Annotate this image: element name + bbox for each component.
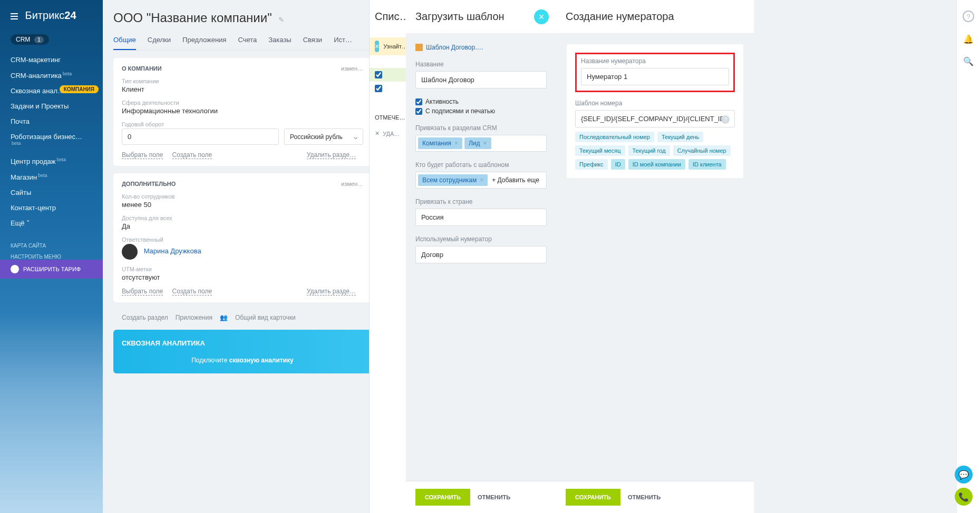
utm-label: UTM-метки bbox=[122, 266, 363, 272]
select-field-link[interactable]: Выбрать поле bbox=[122, 288, 163, 295]
sidebar-item[interactable]: Ещё ˅ bbox=[0, 215, 103, 231]
checkbox[interactable] bbox=[375, 71, 382, 78]
search-icon[interactable]: 🔍 bbox=[963, 56, 974, 66]
expand-tariff-label: РАСШИРИТЬ ТАРИФ bbox=[23, 266, 81, 272]
who-label: Кто будет работать с шаблоном bbox=[415, 161, 547, 169]
sidebar-item[interactable]: Задачи и Проекты bbox=[0, 98, 103, 114]
cancel-button[interactable]: ОТМЕНИТЬ bbox=[478, 494, 510, 500]
card-view-link[interactable]: Общий вид карточки bbox=[235, 314, 296, 321]
currency-select[interactable]: Российский рубль ⌵ bbox=[284, 129, 363, 145]
create-section-link[interactable]: Создать раздел bbox=[122, 314, 168, 321]
tab[interactable]: Сделки bbox=[148, 36, 171, 50]
template-tag[interactable]: Текущий год bbox=[628, 145, 670, 156]
analytics-banner[interactable]: СКВОЗНАЯ АНАЛИТИКА Подключите сквозную а… bbox=[113, 330, 372, 373]
delete-section-link[interactable]: Удалить разде… bbox=[307, 151, 356, 159]
select-field-link[interactable]: Выбрать поле bbox=[122, 151, 163, 159]
tab[interactable]: Заказы bbox=[268, 36, 291, 50]
template-tag[interactable]: ID моей компании bbox=[628, 159, 685, 170]
tag-all[interactable]: Всем сотрудникам× bbox=[418, 174, 488, 186]
save-button[interactable]: СОХРАНИТЬ bbox=[415, 489, 470, 506]
mid-delete[interactable]: ✕ УДА… bbox=[370, 124, 411, 143]
tab[interactable]: Общие bbox=[113, 36, 136, 50]
numerator-name-input[interactable] bbox=[581, 68, 729, 85]
create-field-link[interactable]: Создать поле bbox=[172, 288, 212, 295]
close-button[interactable]: × bbox=[534, 9, 549, 24]
mid-row[interactable] bbox=[370, 82, 411, 95]
logo[interactable]: Битрикс24 bbox=[0, 0, 103, 31]
load-title: Загрузить шаблон bbox=[415, 11, 504, 22]
mid-row-green[interactable] bbox=[370, 68, 411, 82]
company-title: ООО "Название компании" bbox=[113, 11, 272, 25]
remove-icon[interactable]: × bbox=[480, 176, 483, 184]
template-tag[interactable]: Последовательный номер bbox=[575, 132, 654, 142]
crm-badge[interactable]: CRM 1 bbox=[11, 34, 49, 45]
load-template-panel: Загрузить шаблон × Шаблон Договор…. Назв… bbox=[406, 0, 556, 513]
responsible-person[interactable]: Марина Дружкова bbox=[122, 244, 363, 260]
type-value: Клиент bbox=[122, 85, 363, 93]
bell-icon[interactable]: 🔔 bbox=[963, 34, 974, 44]
sidebar-item[interactable]: Магазинbeta bbox=[0, 169, 103, 185]
tag-lead[interactable]: Лид× bbox=[464, 137, 491, 149]
help-icon[interactable]: ? bbox=[963, 11, 974, 22]
stamp-checkbox[interactable] bbox=[415, 108, 422, 115]
tab[interactable]: Счета bbox=[238, 36, 257, 50]
chat-fab[interactable]: 💬 bbox=[955, 466, 973, 484]
active-checkbox[interactable] bbox=[415, 98, 422, 105]
apps-link[interactable]: Приложения bbox=[176, 314, 212, 321]
add-more-link[interactable]: + Добавить еще bbox=[490, 174, 541, 186]
sidebar-item[interactable]: Центр продажbeta bbox=[0, 153, 103, 169]
template-input[interactable] bbox=[575, 110, 735, 127]
numerator-panel: Создание нумератора Название нумератора … bbox=[556, 0, 754, 513]
expand-tariff-button[interactable]: РАСШИРИТЬ ТАРИФ bbox=[0, 260, 103, 279]
template-tag[interactable]: Текущий месяц bbox=[575, 145, 625, 156]
template-tag[interactable]: ID клиента bbox=[688, 159, 726, 170]
doc-link[interactable]: Шаблон Договор…. bbox=[415, 44, 547, 51]
type-label: Тип компании bbox=[122, 78, 363, 84]
create-field-link[interactable]: Создать поле bbox=[172, 151, 212, 159]
remove-icon[interactable]: × bbox=[483, 140, 487, 147]
extra-section: ДОПОЛНИТЕЛЬНО измен… Кол-во сотрудников … bbox=[113, 173, 372, 302]
template-tag[interactable]: Текущий день bbox=[657, 132, 703, 142]
delete-section-link[interactable]: Удалить разде… bbox=[307, 288, 356, 295]
phone-fab[interactable]: 📞 bbox=[955, 488, 973, 506]
template-name-input[interactable] bbox=[415, 71, 547, 88]
turnover-input[interactable] bbox=[122, 129, 279, 145]
cancel-button[interactable]: ОТМЕНИТЬ bbox=[628, 494, 661, 500]
template-tag[interactable]: Случайный номер bbox=[673, 145, 731, 156]
tab[interactable]: Связи bbox=[303, 36, 322, 50]
who-tagbox[interactable]: Всем сотрудникам× + Добавить еще bbox=[415, 172, 547, 189]
save-button[interactable]: СОХРАНИТЬ bbox=[566, 489, 620, 506]
template-tag[interactable]: ID bbox=[611, 159, 625, 170]
sidebar-item[interactable]: Сайты bbox=[0, 185, 103, 200]
change-link[interactable]: измен… bbox=[341, 181, 363, 187]
tab[interactable]: Ист… bbox=[334, 36, 352, 50]
numerator-input[interactable] bbox=[415, 246, 547, 263]
remove-icon[interactable]: × bbox=[454, 140, 458, 147]
sidebar-item[interactable]: CRM-аналитикаbeta bbox=[0, 67, 103, 83]
country-label: Привязать к стране bbox=[415, 198, 547, 205]
clouds-decoration bbox=[0, 313, 103, 513]
tab[interactable]: Предложения bbox=[182, 36, 226, 50]
help-icon[interactable]: ? bbox=[721, 115, 730, 124]
checkbox[interactable] bbox=[375, 85, 382, 92]
mid-marked: ОТМЕЧЕ… bbox=[370, 111, 411, 124]
people-icon: 👥 bbox=[220, 314, 228, 321]
tag-company[interactable]: Компания× bbox=[418, 137, 462, 149]
sidebar-item[interactable]: Контакт-центр bbox=[0, 200, 103, 215]
sidebar-sub-item[interactable]: КАРТА САЙТА bbox=[0, 240, 103, 251]
pencil-icon[interactable]: ✎ bbox=[278, 16, 284, 24]
sidebar-item[interactable]: Почта bbox=[0, 114, 103, 129]
change-link[interactable]: измен… bbox=[341, 65, 363, 72]
template-tag[interactable]: Префикс bbox=[575, 159, 608, 170]
bind-tagbox[interactable]: Компания× Лид× bbox=[415, 135, 547, 152]
sidebar-item[interactable]: Сквозная анал…КОМПАНИЯ bbox=[0, 83, 103, 98]
sphere-label: Сфера деятельности bbox=[122, 100, 363, 106]
about-section: О КОМПАНИИ измен… Тип компании Клиент Сф… bbox=[113, 58, 372, 166]
sidebar-item[interactable]: CRM-маркетинг bbox=[0, 52, 103, 67]
close-icon[interactable]: × bbox=[375, 41, 379, 52]
num-card: Название нумератора Шаблон номера ? Посл… bbox=[567, 44, 743, 178]
hamburger-icon[interactable] bbox=[11, 13, 18, 19]
avatar-icon bbox=[122, 244, 138, 260]
sidebar-item[interactable]: Роботизация бизнес…beta bbox=[0, 129, 103, 153]
country-input[interactable] bbox=[415, 209, 547, 226]
